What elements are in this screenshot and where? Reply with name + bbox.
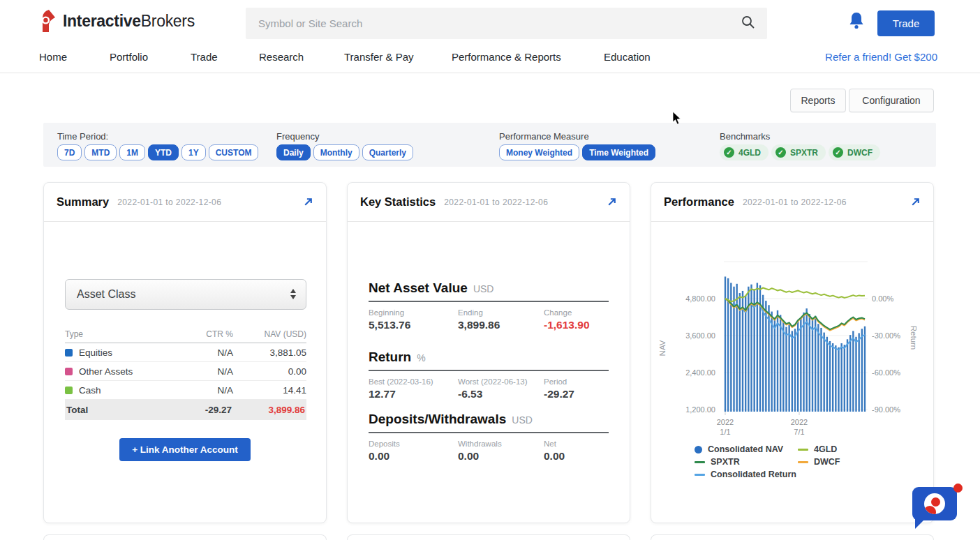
- trade-button[interactable]: Trade: [877, 10, 935, 36]
- table-header-row: Type CTR % NAV (USD): [65, 325, 306, 343]
- time-period-custom[interactable]: CUSTOM: [209, 144, 259, 160]
- svg-text:0.00%: 0.00%: [872, 294, 893, 303]
- total-ctr: -29.27: [169, 405, 232, 415]
- next-row-card: [651, 534, 934, 540]
- logo-light: Brokers: [141, 12, 195, 30]
- measure-money-weighted[interactable]: Money Weighted: [499, 144, 579, 160]
- spxtr-marker: [695, 461, 705, 463]
- nav-item-education[interactable]: Education: [604, 42, 651, 73]
- logo-bold: Interactive: [63, 12, 141, 30]
- asset-class-select[interactable]: Asset Class: [65, 279, 306, 310]
- row-ctr: N/A: [170, 347, 233, 358]
- legend-spxtr: SPXTR: [695, 457, 798, 467]
- svg-text:-30.00%: -30.00%: [872, 331, 900, 340]
- table-row[interactable]: Cash N/A 14.41: [65, 381, 306, 400]
- search-icon[interactable]: [741, 15, 756, 33]
- frequency-label: Frequency: [276, 131, 319, 142]
- svg-text:4,800.00: 4,800.00: [685, 294, 715, 303]
- stat-value: 0.00: [369, 450, 458, 463]
- key-statistics-card: Key Statistics 2022-01-01 to 2022-12-06 …: [347, 182, 630, 523]
- expand-arrow-icon[interactable]: [910, 197, 921, 207]
- stat-value: 5,513.76: [369, 319, 458, 331]
- time-period-1m[interactable]: 1M: [119, 144, 145, 160]
- reports-button[interactable]: Reports: [790, 89, 846, 112]
- dwcf-marker: [798, 461, 808, 463]
- nav-item-performance-reports[interactable]: Performance & Reports: [452, 42, 561, 73]
- nav-item-trade[interactable]: Trade: [191, 42, 218, 73]
- benchmark-dwcf-label: DWCF: [847, 148, 873, 158]
- benchmark-spxtr-label: SPXTR: [790, 148, 818, 158]
- expand-arrow-icon[interactable]: [607, 197, 617, 207]
- performance-card: Performance 2022-01-01 to 2022-12-06 4,8…: [651, 182, 934, 523]
- expand-arrow-icon[interactable]: [303, 197, 313, 207]
- svg-text:2022: 2022: [717, 418, 734, 426]
- stat-value: -29.27: [544, 388, 609, 400]
- section-title: Deposits/Withdrawals: [369, 412, 506, 426]
- stat-label: Change: [544, 308, 609, 317]
- row-nav: 14.41: [233, 385, 306, 396]
- time-period-7d[interactable]: 7D: [57, 144, 82, 160]
- notifications-bell-icon[interactable]: [848, 12, 865, 33]
- row-nav: 3,881.05: [233, 347, 306, 358]
- configuration-button[interactable]: Configuration: [849, 89, 934, 112]
- nav-item-transfer-pay[interactable]: Transfer & Pay: [344, 42, 413, 73]
- nav-item-home[interactable]: Home: [39, 42, 67, 73]
- summary-card: Summary 2022-01-01 to 2022-12-06 Asset C…: [43, 182, 327, 523]
- frequency-quarterly[interactable]: Quarterly: [362, 144, 413, 160]
- legend-label: Consolidated NAV: [708, 444, 783, 454]
- measure-time-weighted[interactable]: Time Weighted: [582, 144, 655, 160]
- frequency-daily[interactable]: Daily: [276, 144, 311, 160]
- chat-notification-dot: [953, 483, 963, 493]
- performance-chart[interactable]: 4,800.003,600.002,400.001,200.000.00%-30…: [651, 223, 933, 442]
- legend-label: Consolidated Return: [711, 470, 796, 479]
- summary-title: Summary: [57, 195, 109, 209]
- benchmark-dwcf[interactable]: ✓DWCF: [829, 144, 880, 160]
- section-title: Return: [369, 350, 411, 364]
- stat-value: 12.77: [369, 388, 458, 400]
- deposits-withdrawals-section: Deposits/WithdrawalsUSD Deposits0.00 Wit…: [369, 412, 609, 463]
- svg-text:NAV: NAV: [658, 340, 667, 356]
- row-type: Other Assets: [79, 366, 133, 377]
- benchmark-spxtr[interactable]: ✓SPXTR: [771, 144, 826, 160]
- nav-item-research[interactable]: Research: [259, 42, 304, 73]
- row-ctr: N/A: [170, 385, 233, 396]
- refer-a-friend-link[interactable]: Refer a friend! Get $200: [825, 42, 937, 73]
- 4gld-marker: [798, 449, 808, 451]
- section-title: Net Asset Value: [369, 280, 468, 295]
- stat-label: Withdrawals: [458, 440, 544, 448]
- interactive-brokers-logo[interactable]: InteractiveBrokers: [40, 9, 195, 33]
- stat-label: Deposits: [369, 440, 458, 448]
- table-row[interactable]: Other Assets N/A 0.00: [65, 362, 306, 381]
- row-ctr: N/A: [170, 366, 233, 377]
- stat-value: -1,613.90: [544, 319, 609, 331]
- stat-value: -6.53: [458, 388, 544, 400]
- chat-widget-button[interactable]: [912, 487, 958, 529]
- svg-text:7/1: 7/1: [794, 428, 804, 436]
- top-header: InteractiveBrokers Trade: [0, 0, 980, 42]
- stat-label: Worst (2022-06-13): [458, 377, 544, 386]
- check-icon: ✓: [833, 147, 843, 158]
- search-input[interactable]: [246, 17, 741, 29]
- legend-consolidated-nav: Consolidated NAV: [695, 444, 798, 454]
- time-period-1y[interactable]: 1Y: [181, 144, 206, 160]
- link-another-account-button[interactable]: + Link Another Account: [119, 438, 251, 461]
- asset-class-select-value: Asset Class: [77, 288, 135, 301]
- nav-item-portfolio[interactable]: Portfolio: [110, 42, 148, 73]
- benchmark-4gld[interactable]: ✓4GLD: [720, 144, 769, 160]
- summary-date-range: 2022-01-01 to 2022-12-06: [117, 197, 221, 207]
- time-period-ytd[interactable]: YTD: [148, 144, 179, 160]
- table-row[interactable]: Equities N/A 3,881.05: [65, 343, 306, 362]
- section-unit: USD: [473, 283, 494, 294]
- svg-text:-60.00%: -60.00%: [872, 368, 900, 377]
- section-unit: USD: [512, 414, 533, 426]
- row-nav: 0.00: [233, 366, 306, 377]
- next-row-card: [347, 534, 630, 540]
- performance-date-range: 2022-01-01 to 2022-12-06: [743, 197, 847, 207]
- svg-text:1/1: 1/1: [720, 428, 730, 436]
- net-asset-value-section: Net Asset ValueUSD Beginning5,513.76 End…: [369, 280, 609, 331]
- stat-label: Best (2022-03-16): [369, 377, 458, 386]
- time-period-label: Time Period:: [57, 131, 108, 142]
- svg-text:1,200.00: 1,200.00: [685, 405, 715, 414]
- time-period-mtd[interactable]: MTD: [84, 144, 117, 160]
- frequency-monthly[interactable]: Monthly: [313, 144, 359, 160]
